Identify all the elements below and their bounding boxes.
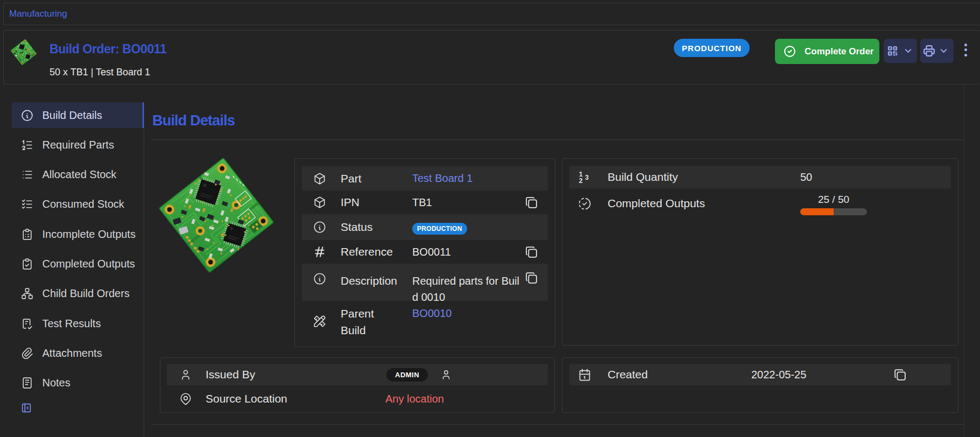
svg-text:2: 2 [579,177,583,185]
svg-text:3: 3 [585,174,589,181]
